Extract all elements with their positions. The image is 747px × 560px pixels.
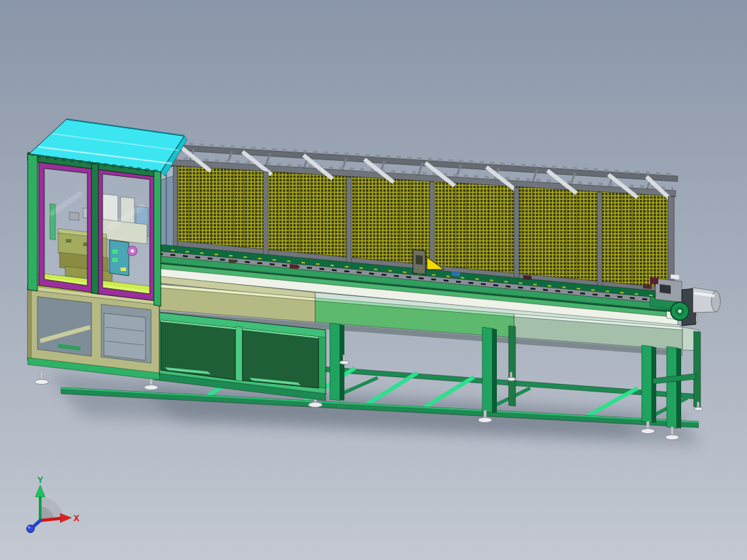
cad-viewport[interactable]: Y X (0, 0, 747, 560)
axis-x-arrow (40, 518, 60, 520)
enclosure-door-left[interactable] (39, 162, 93, 292)
axis-y-label: Y (37, 475, 44, 485)
machine-3d-render[interactable]: Y X (0, 0, 747, 560)
inner-cabinet (104, 313, 146, 360)
axis-x-label: X (73, 513, 80, 523)
orientation-triad: Y X (27, 475, 80, 533)
enclosure-door-right[interactable] (97, 168, 155, 301)
axis-z-arrow (33, 520, 40, 527)
